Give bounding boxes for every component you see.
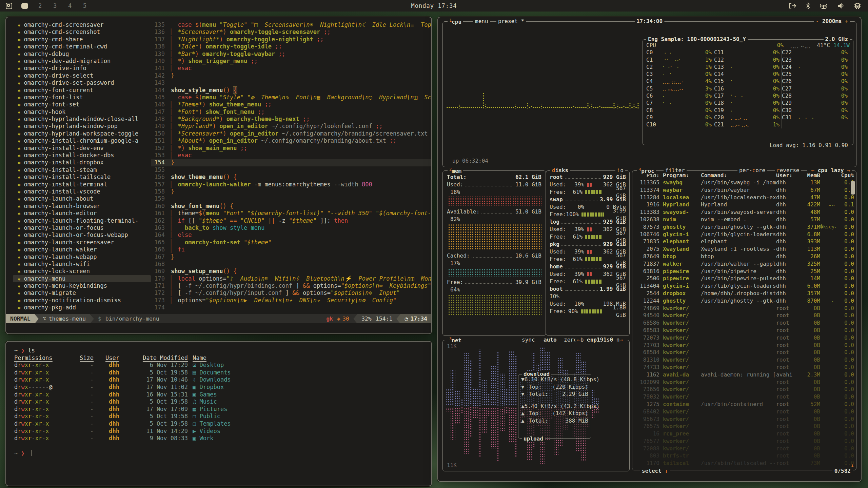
process-row-72088[interactable]: 72088kworker/root0B0.0 xyxy=(632,445,856,452)
chip-icon[interactable] xyxy=(854,2,861,9)
tree-item-omarchy-cmd-share[interactable]: ✱omarchy-cmd-share xyxy=(13,36,151,43)
process-row-73703[interactable]: 73703kworker/root0B0.0 xyxy=(632,342,856,349)
process-row-102638[interactable]: 102638nvimnvim --embed .dhh57M0.0 xyxy=(632,216,856,223)
btop-menu-button[interactable]: menu xyxy=(473,18,490,24)
proc-scrollbar[interactable] xyxy=(851,181,855,195)
proc-reverse-button[interactable]: reverse xyxy=(775,167,801,174)
process-row-71835[interactable]: 71835elephantelephantdhh393M0.0 xyxy=(632,238,856,245)
process-row-63816[interactable]: 63816pipewire/usr/bin/pipewiredhh25M0.0 xyxy=(632,268,856,275)
prompt-line-2[interactable]: ~ ❯ xyxy=(14,450,431,457)
process-row-68586[interactable]: 68586kworker/root0B0.0 xyxy=(632,319,856,327)
tab-proc[interactable]: 4proc xyxy=(637,167,656,174)
tree-item-omarchy-notification-dismiss[interactable]: ✱omarchy-notification-dismiss xyxy=(13,297,151,304)
process-row-12244[interactable]: 12244ghostty/usr/bin/ghostty --gtk-dhh87… xyxy=(632,297,856,305)
process-row-113404[interactable]: 113404glycin-i/usr/lib/glycin-loadersdhh… xyxy=(632,282,856,290)
process-row-87573[interactable]: 87573ghostty/usr/bin/ghostty --gtk-dhh37… xyxy=(632,223,856,231)
process-row-1275[interactable]: 1275containe/usr/bin/containerdroot52M0.… xyxy=(632,401,856,408)
process-row-1916[interactable]: 1916HyprlandHyprlanddhh422M⠤⠤0.1 xyxy=(632,201,856,208)
tree-item-omarchy-launch-screensaver[interactable]: ✱omarchy-launch-screensaver xyxy=(13,239,151,246)
process-row-68402[interactable]: 68402kworker/root0B0.0 xyxy=(632,408,856,415)
tab-mem[interactable]: 2mem xyxy=(448,167,463,174)
screenshare-icon[interactable] xyxy=(789,2,797,9)
process-row-1170[interactable]: 1170tailscal/usr/sbin/tailscaled --root7… xyxy=(632,460,856,467)
tree-item-omarchy-dev-add-migration[interactable]: ✱omarchy-dev-add-migration xyxy=(13,58,151,65)
process-row-16[interactable]: 16rcu_preeroot0B0.0 xyxy=(632,430,856,438)
process-row-68583[interactable]: 68583kworker/root0B0.0 xyxy=(632,327,856,334)
process-row-113284[interactable]: 113284localsea/usr/lib/localsearch-exdhh… xyxy=(632,194,856,201)
process-list[interactable]: 113365swaybg/usr/bin/swaybg -i /homdhh13… xyxy=(632,179,856,467)
process-row-95673[interactable]: 95673kworker/root0B0.0 xyxy=(632,415,856,423)
process-row-102099[interactable]: 102099kworker/root0B0.0 xyxy=(632,379,856,386)
io-mode-button[interactable]: io xyxy=(615,167,625,174)
btop-preset-button[interactable]: preset * xyxy=(496,18,526,24)
tree-item-omarchy-cmd-screensaver[interactable]: ✱omarchy-cmd-screensaver xyxy=(13,21,151,28)
tree-item-omarchy-install-tailscale[interactable]: ✱omarchy-install-tailscale xyxy=(13,174,151,181)
tab-cpu[interactable]: 1cpu xyxy=(448,18,463,25)
process-row-106746[interactable]: 106746glycin-i/usr/lib/glycin-loadersdhh… xyxy=(632,231,856,238)
tree-item-omarchy-cmd-terminal-cwd[interactable]: ✱omarchy-cmd-terminal-cwd xyxy=(13,43,151,50)
process-row-2075[interactable]: 2075XwaylandXwayland :1 -rootless -dhh11… xyxy=(632,245,856,253)
tree-item-omarchy-hyprland-workspace-toggle[interactable]: ✱omarchy-hyprland-workspace-toggle xyxy=(13,130,151,137)
process-row-2544[interactable]: 2544dropbox/home/dhh/.dropbox-distdhh357… xyxy=(632,290,856,297)
process-row-72073[interactable]: 72073kworker/root0B0.0 xyxy=(632,334,856,342)
process-row-87649[interactable]: 87649btopbtopdhh26M0.0 xyxy=(632,253,856,260)
tree-item-omarchy-drive-select[interactable]: ✱omarchy-drive-select xyxy=(13,72,151,79)
tree-item-omarchy-hyprland-window-close-all[interactable]: ✱omarchy-hyprland-window-close-all xyxy=(13,116,151,123)
tree-item-omarchy-menu[interactable]: ✱omarchy-menu xyxy=(13,275,151,282)
tree-item-omarchy-launch-browser[interactable]: ✱omarchy-launch-browser xyxy=(13,203,151,210)
process-row-76575[interactable]: 76575kworker/root0B0.0 xyxy=(632,423,856,430)
process-row-76577[interactable]: 76577kworker/root0B0.0 xyxy=(632,438,856,445)
tree-item-omarchy-debug[interactable]: ✱omarchy-debug xyxy=(13,50,151,58)
tree-item-omarchy-install-dev-env[interactable]: ✱omarchy-install-dev-env xyxy=(13,145,151,152)
proc-percore-button[interactable]: per-core xyxy=(737,167,767,174)
tree-item-omarchy-launch-webapp[interactable]: ✱omarchy-launch-webapp xyxy=(13,253,151,261)
net-sync-button[interactable]: sync xyxy=(520,337,537,343)
tab-net[interactable]: 3net xyxy=(448,337,463,344)
tree-item-omarchy-install-steam[interactable]: ✱omarchy-install-steam xyxy=(13,166,151,174)
tree-item-omarchy-hyprland-window-pop[interactable]: ✱omarchy-hyprland-window-pop xyxy=(13,123,151,130)
tree-item-omarchy-launch-about[interactable]: ✱omarchy-launch-about xyxy=(13,195,151,202)
tree-item-omarchy-install-vscode[interactable]: ✱omarchy-install-vscode xyxy=(13,188,151,195)
tree-item-omarchy-hook[interactable]: ✱omarchy-hook xyxy=(13,108,151,116)
tree-item-omarchy-drive-info[interactable]: ✱omarchy-drive-info xyxy=(13,65,151,72)
terminal-window[interactable]: ~ ❯ ls Permissions Size User Date Modifi… xyxy=(5,341,432,486)
tree-item-omarchy-launch-walker[interactable]: ✱omarchy-launch-walker xyxy=(13,246,151,253)
tree-item-omarchy-install-docker-dbs[interactable]: ✱omarchy-install-docker-dbs xyxy=(13,152,151,159)
tree-item-omarchy-launch-wifi[interactable]: ✱omarchy-launch-wifi xyxy=(13,261,151,268)
tree-item-omarchy-launch-floating-terminal-[interactable]: ✱omarchy-launch-floating-terminal- xyxy=(13,217,151,224)
network-icon[interactable] xyxy=(819,2,828,9)
tree-item-omarchy-drive-set-password[interactable]: ✱omarchy-drive-set-password xyxy=(13,79,151,86)
tree-item-omarchy-launch-or-focus-webapp[interactable]: ✱omarchy-launch-or-focus-webapp xyxy=(13,231,151,239)
tree-item-omarchy-install-terminal[interactable]: ✱omarchy-install-terminal xyxy=(13,181,151,188)
process-row-803[interactable]: 803btrfs-trroot0B0.0 xyxy=(632,452,856,460)
tree-item-omarchy-launch-editor[interactable]: ✱omarchy-launch-editor xyxy=(13,210,151,217)
refresh-interval[interactable]: - 2000ms + xyxy=(814,18,850,24)
process-row-113365[interactable]: 113365swaybg/usr/bin/swaybg -i /homdhh13… xyxy=(632,179,856,186)
process-row-113383[interactable]: 113383swayosd-/usr/bin/swayosd-serverdhh… xyxy=(632,208,856,216)
tree-item-omarchy-font-current[interactable]: ✱omarchy-font-current xyxy=(13,87,151,94)
tree-item-omarchy-font-set[interactable]: ✱omarchy-font-set xyxy=(13,101,151,108)
tree-item-omarchy-migrate[interactable]: ✱omarchy-migrate xyxy=(13,289,151,297)
tree-item-omarchy-pkg-add[interactable]: ✱omarchy-pkg-add xyxy=(13,304,151,311)
process-row-79032[interactable]: 79032kworker/root0B0.0 xyxy=(632,393,856,401)
net-auto-button[interactable]: auto xyxy=(542,337,558,343)
process-row-74869[interactable]: 74869kworker/root0B0.0 xyxy=(632,305,856,312)
tab-disks[interactable]: disks xyxy=(550,167,570,174)
tree-item-omarchy-lock-screen[interactable]: ✱omarchy-lock-screen xyxy=(13,268,151,275)
process-row-68584[interactable]: 68584kworker/root0B0.0 xyxy=(632,349,856,356)
volume-icon[interactable] xyxy=(837,2,845,9)
proc-sort-selector[interactable]: ← cpu lazy → xyxy=(809,167,852,174)
process-row-73656[interactable]: 73656kworker/root0B0.0 xyxy=(632,386,856,393)
code-editor[interactable]: 135 case $(menu "Toggle" "◫ Screensaver\… xyxy=(151,17,431,314)
process-row-1162[interactable]: 1162avahi-daavahi-daemon: running [avahi… xyxy=(632,371,856,379)
process-row-113374[interactable]: 113374waybar/usr/bin/waybardhh67M0.0 xyxy=(632,186,856,194)
net-interface[interactable]: ←b enp191s0 n→ xyxy=(575,337,625,343)
bluetooth-icon[interactable] xyxy=(806,2,810,9)
process-row-71837[interactable]: 71837walker/usr/bin/walker --gappldhh325… xyxy=(632,260,856,268)
process-row-94540[interactable]: 94540kworker/root0B0.0 xyxy=(632,312,856,319)
process-row-74733[interactable]: 74733kworker/root0B0.0 xyxy=(632,364,856,371)
tree-item-omarchy-font-list[interactable]: ✱omarchy-font-list xyxy=(13,94,151,101)
tree-item-omarchy-menu-keybindings[interactable]: ✱omarchy-menu-keybindings xyxy=(13,282,151,289)
tree-item-omarchy-install-chromium-google-a[interactable]: ✱omarchy-install-chromium-google-a xyxy=(13,137,151,144)
proc-filter-button[interactable]: filter xyxy=(664,167,687,174)
